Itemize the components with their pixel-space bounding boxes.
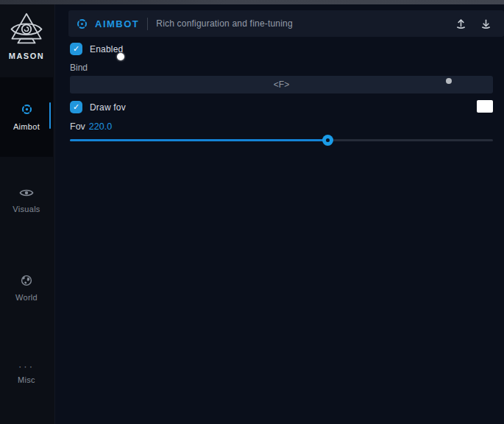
upload-config-button[interactable]	[451, 14, 470, 33]
fov-label: Fov	[70, 121, 85, 132]
sidebar-item-misc[interactable]: ··· Misc	[0, 353, 53, 394]
fov-value: 220.0	[89, 121, 112, 132]
download-config-button[interactable]	[476, 14, 495, 33]
page-header: AIMBOT Rich configuration and fine-tunin…	[68, 10, 504, 37]
checkmark-icon: ✓	[73, 45, 79, 53]
bind-key-input[interactable]: <F>	[70, 76, 493, 93]
bind-field-dot	[446, 78, 452, 84]
draw-fov-checkbox[interactable]: ✓	[70, 101, 82, 113]
masonic-eye-pyramid-icon	[0, 12, 53, 49]
mouse-cursor-dot	[117, 53, 124, 60]
crosshair-icon	[76, 18, 88, 30]
sidebar-item-label: Visuals	[13, 205, 40, 213]
page-subtitle: Rich configuration and fine-tuning	[156, 18, 293, 29]
app-window: MASON Aimbot Visuals	[0, 0, 504, 424]
fov-label-row: Fov220.0	[70, 121, 112, 132]
window-top-strip	[0, 0, 504, 4]
enabled-label: Enabled	[90, 44, 123, 54]
sidebar-item-label: World	[15, 293, 38, 302]
sidebar-item-label: Misc	[18, 375, 35, 384]
fov-slider-fill	[70, 139, 327, 141]
sidebar-item-aimbot[interactable]: Aimbot	[0, 77, 53, 157]
crosshair-icon	[21, 103, 33, 119]
enabled-row: ✓ Enabled	[70, 43, 123, 55]
enabled-checkbox[interactable]: ✓	[70, 43, 82, 55]
checkmark-icon: ✓	[73, 103, 79, 111]
sidebar-item-label: Aimbot	[13, 122, 40, 131]
bind-label: Bind	[70, 63, 88, 73]
header-divider	[147, 18, 148, 30]
app-logo-text: MASON	[0, 52, 53, 60]
draw-fov-label: Draw fov	[90, 102, 126, 113]
eye-icon	[19, 188, 34, 201]
fov-slider-thumb[interactable]	[322, 135, 333, 146]
ellipsis-icon: ···	[18, 363, 35, 372]
fov-color-swatch[interactable]	[477, 100, 493, 113]
sidebar-item-world[interactable]: World	[0, 267, 53, 308]
fov-slider[interactable]	[70, 135, 493, 146]
draw-fov-row: ✓ Draw fov	[70, 101, 126, 113]
page-title: AIMBOT	[95, 18, 139, 29]
sidebar-item-visuals[interactable]: Visuals	[0, 180, 53, 221]
app-logo: MASON	[0, 12, 53, 60]
globe-icon	[21, 275, 32, 289]
sidebar: MASON Aimbot Visuals	[0, 4, 55, 424]
